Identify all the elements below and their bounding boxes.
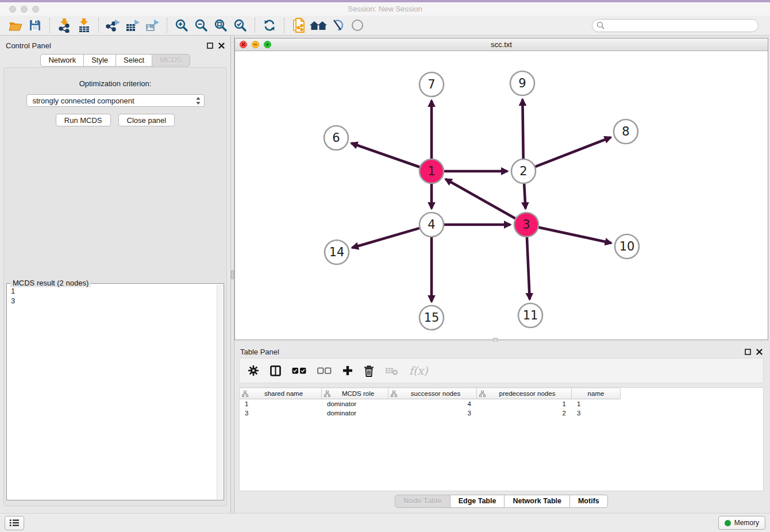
zoom-out-icon[interactable] [191, 17, 211, 34]
open-session-icon[interactable] [6, 17, 25, 34]
column-settings-gear-icon[interactable] [248, 365, 259, 376]
result-scrollbar[interactable] [217, 284, 223, 499]
node-4[interactable]: 4 [419, 213, 444, 237]
zoom-selected-icon[interactable] [230, 17, 250, 34]
refresh-layout-icon[interactable] [260, 17, 279, 34]
node-11[interactable]: 11 [518, 303, 542, 327]
main-area: Control Panel NetworkStyleSelectMCDS Opt… [0, 36, 770, 513]
tab-node-table[interactable]: Node Table [395, 495, 450, 508]
edge-4-14[interactable] [352, 228, 419, 248]
delete-column-icon[interactable] [364, 365, 374, 377]
close-panel-button[interactable]: Close panel [118, 114, 175, 126]
edge-3-11[interactable] [527, 237, 530, 299]
zoom-fit-icon[interactable] [211, 17, 230, 34]
tab-network-table[interactable]: Network Table [504, 495, 570, 508]
close-window-button[interactable] [9, 6, 16, 13]
annotation-visibility-icon[interactable] [328, 17, 348, 34]
node-6[interactable]: 6 [324, 126, 348, 150]
tab-network[interactable]: Network [40, 54, 84, 67]
node-table-body: 1dominator4113dominator323 [240, 399, 763, 418]
node-10[interactable]: 10 [615, 234, 639, 259]
edge-2-8[interactable] [536, 137, 611, 167]
delete-table-icon[interactable] [385, 367, 398, 375]
node-2[interactable]: 2 [511, 159, 536, 183]
table-row[interactable]: 3dominator323 [240, 408, 763, 418]
chevron-updown-icon [195, 97, 201, 107]
edge-2-3[interactable] [524, 184, 525, 209]
function-builder-icon[interactable]: f(x) [409, 364, 428, 377]
close-panel-icon[interactable] [218, 43, 225, 49]
network-minimize-button[interactable] [252, 41, 259, 48]
network-title: scc.txt [235, 40, 768, 49]
float-table-panel-icon[interactable] [745, 349, 751, 355]
export-image-icon[interactable] [143, 17, 162, 34]
close-table-panel-icon[interactable] [756, 349, 763, 355]
task-history-button[interactable] [5, 516, 24, 530]
node-8[interactable]: 8 [614, 119, 638, 144]
edge-3-10[interactable] [538, 228, 611, 243]
save-session-icon[interactable] [25, 17, 45, 34]
node-3[interactable]: 3 [514, 213, 538, 237]
minimize-window-button[interactable] [21, 6, 28, 13]
zoom-in-icon[interactable] [172, 17, 191, 34]
import-network-icon[interactable] [55, 17, 74, 34]
list-icon [9, 519, 20, 527]
column-header-predecessor-nodes[interactable]: predecessor nodes [477, 388, 572, 399]
network-canvas[interactable]: 7968124314101511 [235, 51, 768, 340]
network-close-button[interactable] [240, 41, 247, 48]
run-mcds-button[interactable]: Run MCDS [56, 114, 111, 126]
edge-2-9[interactable] [522, 99, 523, 159]
import-table-icon[interactable] [74, 17, 94, 34]
column-header-successor-nodes[interactable]: successor nodes [388, 388, 477, 399]
table-cell: dominator [322, 410, 388, 417]
float-panel-icon[interactable] [207, 43, 213, 49]
table-cell: 4 [388, 400, 477, 407]
column-header-shared-name[interactable]: shared name [240, 388, 322, 399]
window-title: Session: New Session [0, 5, 770, 13]
home-icon[interactable] [309, 17, 328, 34]
tab-style[interactable]: Style [83, 54, 116, 67]
column-header-mcds-role[interactable]: MCDS role [322, 388, 388, 399]
add-column-icon[interactable] [342, 365, 353, 376]
edge-1-6[interactable] [351, 143, 419, 167]
table-tabs: Node TableEdge TableNetwork TableMotifs [234, 495, 768, 508]
svg-text:11: 11 [523, 309, 538, 322]
node-7[interactable]: 7 [419, 72, 444, 97]
splitter-grip[interactable] [231, 270, 234, 279]
sort-icon [479, 391, 486, 397]
window-titlebar: Session: New Session [0, 2, 770, 16]
tab-select[interactable]: Select [116, 54, 152, 67]
criterion-select[interactable]: strongly connected component [26, 94, 205, 107]
birds-eye-view-icon[interactable] [348, 17, 367, 34]
node-1[interactable]: 1 [419, 159, 444, 183]
table-row[interactable]: 1dominator411 [240, 399, 763, 408]
table-cell: 3 [388, 410, 477, 417]
window-controls [9, 6, 39, 13]
criterion-value: strongly connected component [33, 97, 134, 105]
column-label: name [574, 390, 618, 397]
edge-3-1[interactable] [445, 179, 515, 218]
app-window: Session: New Session Control [0, 0, 770, 532]
show-columns-icon[interactable] [270, 365, 281, 376]
network-from-file-icon[interactable] [289, 17, 309, 34]
table-panel-header: Table Panel [234, 342, 768, 358]
node-14[interactable]: 14 [325, 240, 349, 264]
tab-mcds[interactable]: MCDS [152, 54, 190, 67]
export-table-icon[interactable] [123, 17, 143, 34]
export-network-icon[interactable] [103, 17, 123, 34]
select-all-icon[interactable] [292, 367, 306, 375]
deselect-all-icon[interactable] [317, 367, 332, 375]
panel-splitter[interactable] [230, 36, 234, 513]
tab-edge-table[interactable]: Edge Table [450, 495, 505, 508]
column-header-name[interactable]: name [572, 388, 621, 399]
tab-motifs[interactable]: Motifs [569, 495, 608, 508]
column-label: shared name [248, 390, 319, 397]
mcds-result-text[interactable]: 1 3 [7, 284, 217, 499]
node-15[interactable]: 15 [419, 306, 444, 330]
memory-button[interactable]: Memory [718, 516, 765, 530]
search-input[interactable] [592, 19, 759, 32]
table-cell: 1 [240, 400, 322, 407]
zoom-window-button[interactable] [32, 6, 39, 13]
network-maximize-button[interactable] [264, 41, 271, 48]
node-9[interactable]: 9 [510, 71, 534, 95]
